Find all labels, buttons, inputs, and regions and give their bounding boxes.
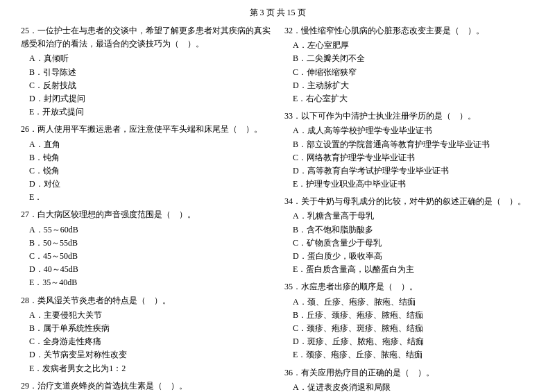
question-q35: 35．水痘患者出疹的顺序是（ ）。A．颈、丘疹、疱疹、脓疱、结痂B．丘疹、颈疹、…: [284, 280, 534, 361]
option-q35-1: B．丘疹、颈疹、疱疹、脓疱、结痂: [293, 309, 534, 322]
option-q32-3: D．主动脉扩大: [293, 79, 534, 92]
option-q33-4: E．护理专业职业高中毕业证书: [293, 178, 534, 191]
options-q34: A．乳糖含量高于母乳B．含不饱和脂肪酸多C．矿物质含量少于母乳D．蛋白质少，吸收…: [284, 210, 534, 276]
question-q27: 27．白大病区较理想的声音强度范围是（ ）。A．55～60dBB．50～55dB…: [21, 208, 271, 289]
option-q28-3: D．关节病变呈对称性改变: [29, 348, 271, 361]
option-q28-2: C．全身游走性疼痛: [29, 335, 271, 348]
question-title-q26: 26．两人使用平车搬运患者，应注意使平车头端和床尾呈（ ）。: [21, 123, 271, 136]
page-footer: 第 3 页 共 15 页: [21, 7, 534, 19]
question-title-q34: 34．关于牛奶与母乳成分的比较，对牛奶的叙述正确的是（ ）。: [284, 195, 534, 208]
option-q33-1: B．部立设置的学院普通高等教育护理学专业毕业证书: [293, 138, 534, 151]
option-q26-2: C．锐角: [29, 164, 271, 178]
option-q26-3: D．对位: [29, 178, 271, 191]
right-column: 32．慢性缩窄性心肌病的心脏形态改变主要是（ ）。A．左心室肥厚B．二尖瓣关闭不…: [284, 24, 534, 392]
question-title-q29: 29．治疗支道炎蜂炎的首选抗生素是（ ）。: [21, 380, 271, 392]
option-q28-4: E．发病者男女之比为1：2: [29, 362, 271, 375]
option-q35-0: A．颈、丘疹、疱疹、脓疱、结痂: [293, 296, 534, 309]
option-q27-2: C．45～50dB: [29, 250, 271, 263]
question-title-q32: 32．慢性缩窄性心肌病的心脏形态改变主要是（ ）。: [284, 24, 534, 37]
question-title-q28: 28．类风湿关节炎患者的特点是（ ）。: [21, 294, 271, 307]
question-title-q27: 27．白大病区较理想的声音强度范围是（ ）。: [21, 208, 271, 221]
option-q34-3: D．蛋白质少，吸收率高: [293, 250, 534, 263]
question-title-q35: 35．水痘患者出疹的顺序是（ ）。: [284, 280, 534, 293]
option-q27-4: E．35～40dB: [29, 276, 271, 289]
options-q33: A．成人高等学校护理学专业毕业证书B．部立设置的学院普通高等教育护理学专业毕业证…: [284, 124, 534, 191]
option-q35-4: E．颈疹、疱疹、丘疹、脓疱、结痂: [293, 348, 534, 361]
question-q28: 28．类风湿关节炎患者的特点是（ ）。A．主要侵犯大关节B．属于单系统性疾病C．…: [21, 294, 271, 375]
option-q33-3: D．高等教育自学考试护理学专业毕业证书: [293, 164, 534, 178]
option-q27-1: B．50～55dB: [29, 237, 271, 250]
options-q27: A．55～60dBB．50～55dBC．45～50dBD．40～45dBE．35…: [21, 223, 271, 290]
question-title-q25: 25．一位护士在与患者的交谈中，希望了解更多患者对其疾病的真实感受和治疗的看法，…: [21, 24, 271, 51]
option-q27-3: D．40～45dB: [29, 263, 271, 276]
question-q36: 36．有关应用热疗目的正确的是（ ）。A．促进表皮炎消退和局限B．抑制炎症扩散C…: [284, 366, 534, 393]
content-area: 25．一位护士在与患者的交谈中，希望了解更多患者对其疾病的真实感受和治疗的看法，…: [21, 24, 534, 392]
option-q26-1: B．钝角: [29, 151, 271, 164]
question-q29: 29．治疗支道炎蜂炎的首选抗生素是（ ）。A．大环内酯类B．β-内酰胺类C．氨基…: [21, 380, 271, 392]
option-q32-0: A．左心室肥厚: [293, 39, 534, 52]
option-q34-4: E．蛋白质含量高，以酪蛋白为主: [293, 263, 534, 276]
option-q34-0: A．乳糖含量高于母乳: [293, 210, 534, 223]
option-q25-1: B．引导陈述: [29, 66, 271, 79]
options-q32: A．左心室肥厚B．二尖瓣关闭不全C．伸缩张缩狭窄D．主动脉扩大E．右心室扩大: [284, 39, 534, 105]
option-q35-2: C．颈疹、疱疹、斑疹、脓疱、结痂: [293, 322, 534, 335]
question-title-q36: 36．有关应用热疗目的正确的是（ ）。: [284, 366, 534, 380]
option-q26-0: A．直角: [29, 138, 271, 151]
option-q35-3: D．斑疹、丘疹、脓疱、疱疹、结痂: [293, 335, 534, 348]
question-q34: 34．关于牛奶与母乳成分的比较，对牛奶的叙述正确的是（ ）。A．乳糖含量高于母乳…: [284, 195, 534, 276]
question-title-q33: 33．以下可作为中清护士执业注册学历的是（ ）。: [284, 110, 534, 123]
option-q25-4: E．开放式提问: [29, 105, 271, 119]
option-q25-2: C．反射技战: [29, 79, 271, 92]
question-q26: 26．两人使用平车搬运患者，应注意使平车头端和床尾呈（ ）。A．直角B．钝角C．…: [21, 123, 271, 204]
left-column: 25．一位护士在与患者的交谈中，希望了解更多患者对其疾病的真实感受和治疗的看法，…: [21, 24, 271, 392]
options-q26: A．直角B．钝角C．锐角D．对位E．: [21, 138, 271, 205]
option-q34-1: B．含不饱和脂肪酸多: [293, 223, 534, 237]
options-q35: A．颈、丘疹、疱疹、脓疱、结痂B．丘疹、颈疹、疱疹、脓疱、结痂C．颈疹、疱疹、斑…: [284, 296, 534, 362]
question-q33: 33．以下可作为中清护士执业注册学历的是（ ）。A．成人高等学校护理学专业毕业证…: [284, 110, 534, 191]
option-q32-2: C．伸缩张缩狭窄: [293, 66, 534, 79]
option-q26-4: E．: [29, 191, 271, 204]
option-q32-4: E．右心室扩大: [293, 92, 534, 105]
question-q32: 32．慢性缩窄性心肌病的心脏形态改变主要是（ ）。A．左心室肥厚B．二尖瓣关闭不…: [284, 24, 534, 105]
option-q34-2: C．矿物质含量少于母乳: [293, 237, 534, 250]
option-q28-1: B．属于单系统性疾病: [29, 322, 271, 335]
options-q28: A．主要侵犯大关节B．属于单系统性疾病C．全身游走性疼痛D．关节病变呈对称性改变…: [21, 309, 271, 375]
options-q25: A．真倾听B．引导陈述C．反射技战D．封闭式提问E．开放式提问: [21, 52, 271, 119]
option-q36-0: A．促进表皮炎消退和局限: [293, 381, 534, 392]
option-q27-0: A．55～60dB: [29, 223, 271, 237]
option-q32-1: B．二尖瓣关闭不全: [293, 52, 534, 65]
option-q33-2: C．网络教育护理学专业毕业证书: [293, 151, 534, 164]
question-q25: 25．一位护士在与患者的交谈中，希望了解更多患者对其疾病的真实感受和治疗的看法，…: [21, 24, 271, 119]
option-q33-0: A．成人高等学校护理学专业毕业证书: [293, 124, 534, 137]
options-q36: A．促进表皮炎消退和局限B．抑制炎症扩散C．减轻局部充血或出血D．传导发关体内的…: [284, 381, 534, 392]
option-q25-0: A．真倾听: [29, 52, 271, 65]
option-q25-3: D．封闭式提问: [29, 92, 271, 105]
option-q28-0: A．主要侵犯大关节: [29, 309, 271, 322]
